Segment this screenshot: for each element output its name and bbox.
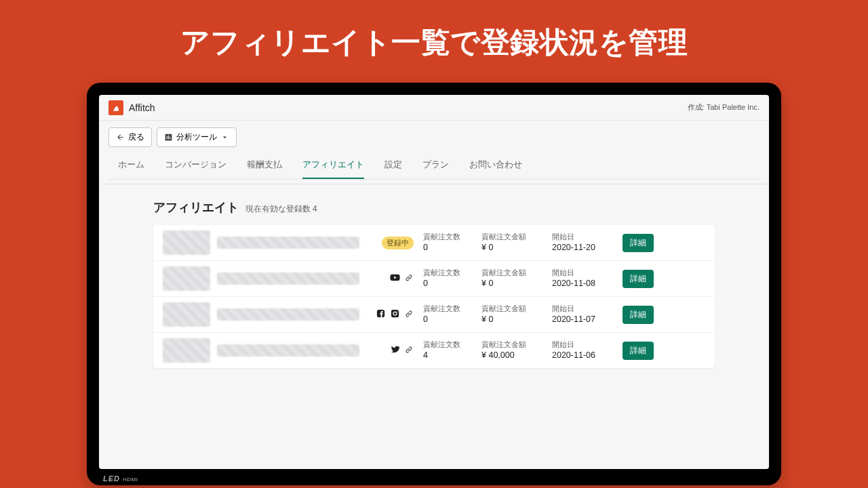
stat: 開始日2020-11-06 xyxy=(552,340,613,362)
tab-0[interactable]: ホーム xyxy=(118,152,144,179)
back-button-label: 戻る xyxy=(128,131,144,143)
analytics-dropdown-label: 分析ツール xyxy=(176,131,217,143)
analytics-dropdown[interactable]: 分析ツール xyxy=(157,127,237,147)
tab-3[interactable]: アフィリエイト xyxy=(302,152,364,179)
affiliate-row: 登録中貢献注文数0貢献注文金額¥ 0開始日2020-11-20詳細 xyxy=(153,225,715,261)
affiliate-row: 貢献注文数0貢献注文金額¥ 0開始日2020-11-07詳細 xyxy=(153,297,715,333)
affiliate-name-redacted xyxy=(217,272,359,285)
detail-button[interactable]: 詳細 xyxy=(623,270,654,288)
tab-5[interactable]: プラン xyxy=(422,152,449,179)
registering-badge: 登録中 xyxy=(382,237,414,249)
page-subtitle: 現在有効な登録数 4 xyxy=(245,204,317,214)
marketing-headline: アフィリエイト一覧で登録状況を管理 xyxy=(0,0,868,62)
detail-button[interactable]: 詳細 xyxy=(623,342,654,360)
twitter-icon xyxy=(390,344,400,357)
affiliate-avatar-redacted xyxy=(163,338,210,363)
youtube-icon xyxy=(390,272,400,285)
link-icon xyxy=(404,309,414,321)
creator-label: 作成: Tabi Palette Inc. xyxy=(688,102,760,113)
facebook-icon xyxy=(376,308,386,321)
affiliate-avatar-redacted xyxy=(163,266,210,291)
instagram-icon xyxy=(390,308,400,321)
back-button[interactable]: 戻る xyxy=(108,127,152,147)
detail-button[interactable]: 詳細 xyxy=(623,306,654,324)
tab-4[interactable]: 設定 xyxy=(384,152,402,179)
stat: 貢献注文数0 xyxy=(423,268,472,290)
stat: 貢献注文金額¥ 40,000 xyxy=(481,340,542,362)
bar-chart-icon xyxy=(164,133,173,142)
stat: 貢献注文金額¥ 0 xyxy=(481,268,542,290)
affiliate-avatar-redacted xyxy=(163,230,210,255)
arrow-left-icon xyxy=(116,133,125,142)
stat: 開始日2020-11-20 xyxy=(552,232,613,254)
app-logo xyxy=(108,100,123,115)
affiliate-row: 貢献注文数4貢献注文金額¥ 40,000開始日2020-11-06詳細 xyxy=(153,333,715,368)
detail-button[interactable]: 詳細 xyxy=(623,234,654,252)
caret-down-icon xyxy=(220,133,229,142)
affiliate-name-redacted xyxy=(217,344,359,357)
affiliate-name-redacted xyxy=(217,237,359,249)
affiliate-name-redacted xyxy=(217,308,359,321)
tab-1[interactable]: コンバージョン xyxy=(165,152,226,179)
app-name: Affitch xyxy=(129,102,155,113)
stat: 貢献注文数0 xyxy=(423,304,472,326)
stat: 貢献注文金額¥ 0 xyxy=(481,304,542,326)
tab-2[interactable]: 報酬支払 xyxy=(247,152,282,179)
affiliate-row: 貢献注文数0貢献注文金額¥ 0開始日2020-11-08詳細 xyxy=(153,261,715,297)
link-icon xyxy=(404,273,414,285)
stat: 貢献注文数0 xyxy=(423,232,472,254)
affiliate-avatar-redacted xyxy=(163,302,210,327)
link-icon xyxy=(404,345,414,357)
stat: 貢献注文数4 xyxy=(423,340,472,362)
stat: 開始日2020-11-08 xyxy=(552,268,613,290)
stat: 開始日2020-11-07 xyxy=(552,304,613,326)
page-title: アフィリエイト xyxy=(153,199,239,216)
tab-6[interactable]: お問い合わせ xyxy=(469,152,522,179)
stat: 貢献注文金額¥ 0 xyxy=(481,232,542,254)
